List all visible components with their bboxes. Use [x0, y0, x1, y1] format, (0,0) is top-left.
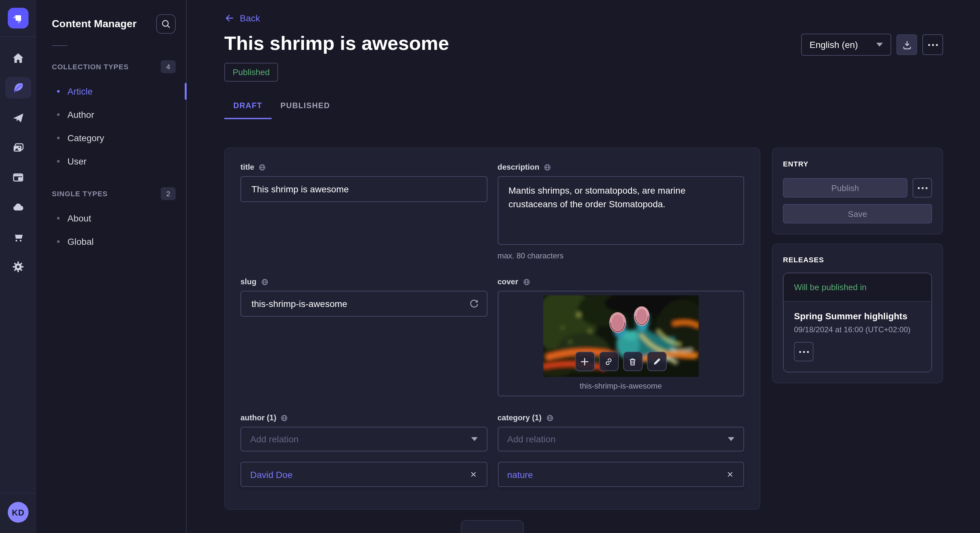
description-textarea[interactable]: Mantis shrimps, or stomatopods, are mari… — [498, 176, 744, 245]
nav-content-manager[interactable] — [5, 77, 31, 98]
bullet-icon — [57, 240, 60, 243]
bullet-icon — [57, 90, 60, 93]
app-window: KD Content Manager COLLECTION TYPES 4 Ar… — [0, 0, 980, 533]
edit-form-panel: title description — [224, 148, 760, 510]
arrow-left-icon — [224, 13, 235, 23]
more-actions-button[interactable] — [922, 34, 943, 55]
more-icon — [928, 44, 937, 46]
entry-heading: ENTRY — [783, 160, 932, 168]
sidebar-item-global[interactable]: Global — [36, 230, 186, 253]
publish-button[interactable]: Publish — [783, 178, 907, 198]
title-label: title — [240, 163, 487, 171]
chevron-down-icon — [876, 43, 883, 47]
tab-draft[interactable]: DRAFT — [224, 101, 271, 119]
releases-panel: RELEASES Will be published in Spring Sum… — [772, 244, 943, 383]
section-single-types: SINGLE TYPES 2 — [36, 181, 186, 206]
category-relation-item: nature — [498, 462, 744, 487]
field-title: title — [240, 163, 487, 260]
category-label: category (1) — [498, 413, 744, 422]
header-controls: English (en) — [801, 34, 943, 56]
sidebar-item-label: Article — [67, 86, 93, 97]
sidebar-item-category[interactable]: Category — [36, 126, 186, 150]
sidebar-item-label: User — [67, 156, 86, 167]
cover-caption: this-shrimp-is-awesome — [498, 381, 743, 390]
user-avatar[interactable]: KD — [8, 502, 29, 523]
sidebar-item-label: Category — [67, 133, 104, 143]
add-media-button[interactable] — [575, 352, 595, 371]
nav-deploy[interactable] — [5, 196, 31, 217]
author-relation-link[interactable]: David Doe — [250, 469, 293, 479]
sidebar-item-label: About — [67, 213, 91, 224]
download-icon — [901, 39, 912, 50]
author-placeholder: Add relation — [250, 434, 299, 444]
nav-releases[interactable] — [5, 107, 31, 128]
close-icon[interactable] — [726, 470, 734, 479]
field-category: category (1) Add relation — [498, 413, 744, 487]
side-column: ENTRY Publish Save RELEASES Will be pub — [772, 148, 943, 383]
tab-published[interactable]: PUBLISHED — [271, 101, 339, 119]
nav-marketplace[interactable] — [5, 226, 31, 247]
chevron-down-icon — [471, 437, 477, 441]
author-relation-select[interactable]: Add relation — [240, 427, 487, 451]
category-relation-link[interactable]: nature — [507, 469, 533, 479]
nav-home[interactable] — [5, 47, 31, 69]
entry-more-button[interactable] — [913, 178, 932, 198]
cover-image[interactable] — [543, 295, 699, 377]
back-link[interactable]: Back — [224, 13, 260, 23]
author-label: author (1) — [240, 413, 487, 422]
slug-input[interactable] — [240, 291, 487, 317]
subnav-title: Content Manager — [52, 18, 137, 30]
cover-media-card: this-shrimp-is-awesome — [498, 291, 744, 397]
save-button[interactable]: Save — [783, 204, 932, 224]
export-button[interactable] — [896, 34, 917, 55]
strapi-logo[interactable] — [0, 0, 36, 37]
gear-icon — [12, 260, 25, 273]
field-cover: cover — [498, 277, 744, 397]
plus-icon — [580, 357, 590, 366]
cover-label: cover — [498, 277, 744, 286]
section-collection-types: COLLECTION TYPES 4 — [36, 54, 186, 80]
sidebar-item-author[interactable]: Author — [36, 103, 186, 126]
cover-actions — [575, 352, 667, 371]
copy-link-button[interactable] — [599, 352, 619, 371]
sidebar-item-about[interactable]: About — [36, 206, 186, 230]
bullet-icon — [57, 160, 60, 163]
globe-icon — [546, 414, 554, 422]
chevron-down-icon — [728, 437, 734, 441]
home-icon — [12, 51, 25, 65]
nav-content-type-builder[interactable] — [5, 167, 31, 188]
release-more-button[interactable] — [794, 342, 813, 362]
main-navbar: KD — [0, 0, 36, 533]
collection-count-badge: 4 — [161, 60, 176, 73]
cloud-icon — [12, 200, 25, 213]
search-button[interactable] — [156, 14, 176, 34]
locale-select[interactable]: English (en) — [801, 34, 891, 56]
nav-settings[interactable] — [5, 256, 31, 277]
description-helper: max. 80 characters — [498, 251, 744, 260]
close-icon[interactable] — [469, 470, 477, 479]
version-tabs: DRAFT PUBLISHED — [224, 101, 943, 119]
title-input[interactable] — [240, 176, 487, 202]
releases-heading: RELEASES — [783, 256, 932, 263]
search-icon — [161, 19, 171, 29]
feather-icon — [12, 81, 25, 94]
trash-icon — [628, 357, 638, 366]
delete-media-button[interactable] — [623, 352, 643, 371]
cart-icon — [12, 230, 25, 243]
sidebar-item-article[interactable]: Article — [36, 80, 186, 103]
sidebar-item-user[interactable]: User — [36, 150, 186, 173]
edit-media-button[interactable] — [647, 352, 667, 371]
bullet-icon — [57, 136, 60, 139]
layout-icon — [12, 171, 25, 184]
nav-media-library[interactable] — [5, 136, 31, 158]
release-status: Will be published in — [784, 273, 931, 302]
add-component-button[interactable] — [461, 520, 524, 533]
release-name: Spring Summer highlights — [794, 311, 921, 321]
globe-icon — [260, 278, 269, 286]
category-relation-select[interactable]: Add relation — [498, 427, 744, 451]
paper-plane-icon — [12, 111, 25, 124]
subnav-divider — [52, 45, 67, 46]
globe-icon — [522, 278, 530, 286]
regenerate-slug-button[interactable] — [468, 291, 479, 317]
refresh-icon — [468, 298, 479, 309]
